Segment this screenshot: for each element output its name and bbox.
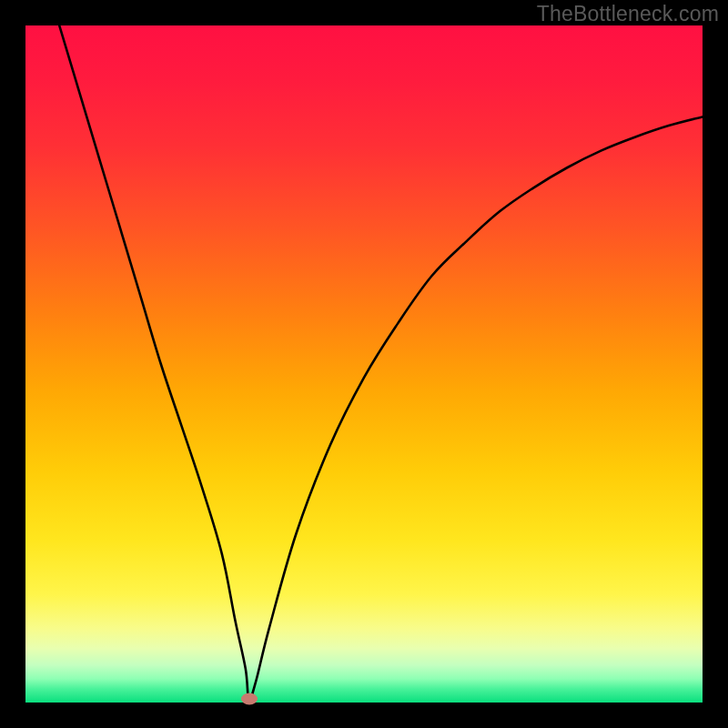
chart-frame: TheBottleneck.com bbox=[0, 0, 728, 728]
watermark-label: TheBottleneck.com bbox=[537, 2, 719, 26]
bottleneck-curve bbox=[25, 25, 703, 703]
minimum-marker-icon bbox=[241, 693, 258, 705]
plot-area bbox=[25, 25, 703, 703]
